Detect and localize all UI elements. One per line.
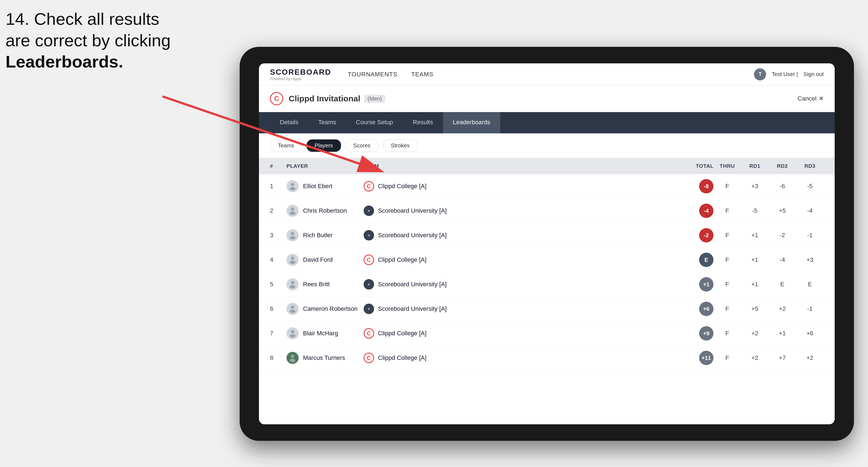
nav-right: T Test User | Sign out (754, 68, 824, 81)
cancel-button[interactable]: Cancel ✕ (798, 95, 824, 102)
rd3-cell: E (796, 281, 824, 288)
rd1-cell: +2 (741, 330, 769, 337)
team-cell: C Clippd College [A] (364, 181, 680, 191)
total-cell: +6 (680, 302, 713, 316)
team-logo: ≡ (364, 304, 374, 314)
svg-point-7 (290, 261, 296, 264)
table-row: 5 Rees Britt ≡ Scoreboard University [A]… (259, 272, 835, 297)
player-name: Cameron Robertson (303, 305, 358, 312)
svg-point-6 (291, 256, 294, 260)
team-cell: ≡ Scoreboard University [A] (364, 206, 680, 216)
table-row: 8 Marcus Turners C Clippd College [A] +1… (259, 346, 835, 370)
svg-point-13 (290, 334, 296, 338)
svg-point-8 (291, 281, 294, 284)
table-body: 1 Elliot Ebert C Clippd College [A] -8 F… (259, 174, 835, 370)
filter-teams[interactable]: Teams (270, 139, 302, 152)
player-avatar (286, 254, 299, 266)
team-cell: ≡ Scoreboard University [A] (364, 230, 680, 241)
signout-link[interactable]: Sign out (804, 71, 824, 77)
score-badge: +1 (699, 277, 713, 291)
player-name: Rich Butler (303, 232, 333, 239)
thru-cell: F (713, 232, 741, 239)
svg-point-4 (291, 232, 294, 235)
player-avatar (286, 205, 299, 217)
player-cell: Rees Britt (286, 278, 364, 290)
tab-nav: Details Teams Course Setup Results Leade… (259, 112, 835, 133)
row-number: 5 (270, 281, 286, 288)
player-cell: Chris Robertson (286, 205, 364, 217)
thru-cell: F (713, 281, 741, 288)
player-name: Chris Robertson (303, 207, 347, 214)
rd3-cell: +6 (796, 330, 824, 337)
row-number: 4 (270, 256, 286, 263)
player-avatar (286, 229, 299, 241)
svg-point-10 (291, 306, 294, 309)
team-name: Clippd College [A] (378, 330, 427, 337)
team-cell: C Clippd College [A] (364, 255, 680, 265)
tab-results[interactable]: Results (403, 112, 443, 133)
logo-area: SCOREBOARD Powered by clippd (270, 68, 331, 81)
row-number: 8 (270, 354, 286, 362)
svg-point-3 (290, 212, 296, 215)
team-logo: ≡ (364, 230, 374, 241)
tab-leaderboards[interactable]: Leaderboards (443, 112, 500, 133)
row-number: 6 (270, 305, 286, 312)
table-row: 3 Rich Butler ≡ Scoreboard University [A… (259, 223, 835, 248)
nav-teams[interactable]: TEAMS (411, 71, 434, 78)
player-avatar (286, 303, 299, 315)
rd2-cell: E (769, 281, 796, 288)
rd1-cell: +2 (741, 354, 769, 362)
rd2-cell: +1 (769, 330, 796, 337)
navbar: SCOREBOARD Powered by clippd TOURNAMENTS… (259, 63, 835, 85)
rd3-cell: -5 (796, 183, 824, 190)
tab-course-setup[interactable]: Course Setup (346, 112, 403, 133)
team-logo: C (364, 255, 374, 265)
tournament-header: C Clippd Invitational (Men) Cancel ✕ (259, 85, 835, 112)
svg-point-12 (291, 330, 294, 333)
total-cell: E (680, 253, 713, 267)
player-name: David Ford (303, 256, 333, 263)
tab-details[interactable]: Details (270, 112, 308, 133)
thru-cell: F (713, 305, 741, 312)
svg-point-0 (291, 183, 294, 186)
team-name: Scoreboard University [A] (378, 207, 446, 214)
svg-point-11 (290, 310, 296, 313)
table-row: 4 David Ford C Clippd College [A] E F +1… (259, 248, 835, 272)
team-name: Scoreboard University [A] (378, 305, 446, 312)
nav-tournaments[interactable]: TOURNAMENTS (348, 71, 398, 78)
table-row: 2 Chris Robertson ≡ Scoreboard Universit… (259, 199, 835, 223)
total-cell: -2 (680, 228, 713, 243)
logo-sub: Powered by clippd (270, 76, 331, 81)
team-name: Scoreboard University [A] (378, 281, 446, 288)
filter-players[interactable]: Players (307, 139, 341, 152)
annotation: 14. Check all results are correct by cli… (5, 8, 171, 72)
team-logo: ≡ (364, 279, 374, 289)
total-cell: +11 (680, 351, 713, 365)
table-row: 7 Blair McHarg C Clippd College [A] +9 F… (259, 321, 835, 346)
svg-point-9 (290, 285, 296, 288)
player-name: Elliot Ebert (303, 183, 332, 190)
total-cell: +1 (680, 277, 713, 291)
team-logo: C (364, 328, 374, 339)
svg-point-15 (290, 359, 296, 362)
player-name: Rees Britt (303, 281, 330, 288)
rd1-cell: +1 (741, 281, 769, 288)
table-row: 1 Elliot Ebert C Clippd College [A] -8 F… (259, 174, 835, 199)
tablet-screen: SCOREBOARD Powered by clippd TOURNAMENTS… (259, 63, 835, 424)
rd3-cell: +2 (796, 354, 824, 362)
score-badge: +6 (699, 302, 713, 316)
tournament-icon: C (270, 92, 283, 105)
team-cell: ≡ Scoreboard University [A] (364, 304, 680, 314)
nav-links: TOURNAMENTS TEAMS (348, 71, 754, 78)
player-name: Marcus Turners (303, 354, 345, 362)
rd2-cell: +5 (769, 207, 796, 214)
player-cell: Cameron Robertson (286, 303, 364, 315)
tab-teams[interactable]: Teams (308, 112, 346, 133)
filter-strokes[interactable]: Strokes (383, 139, 417, 152)
thru-cell: F (713, 256, 741, 263)
filter-scores[interactable]: Scores (345, 139, 378, 152)
team-cell: C Clippd College [A] (364, 328, 680, 339)
rd3-cell: +3 (796, 256, 824, 263)
thru-cell: F (713, 183, 741, 190)
rd3-cell: -1 (796, 232, 824, 239)
